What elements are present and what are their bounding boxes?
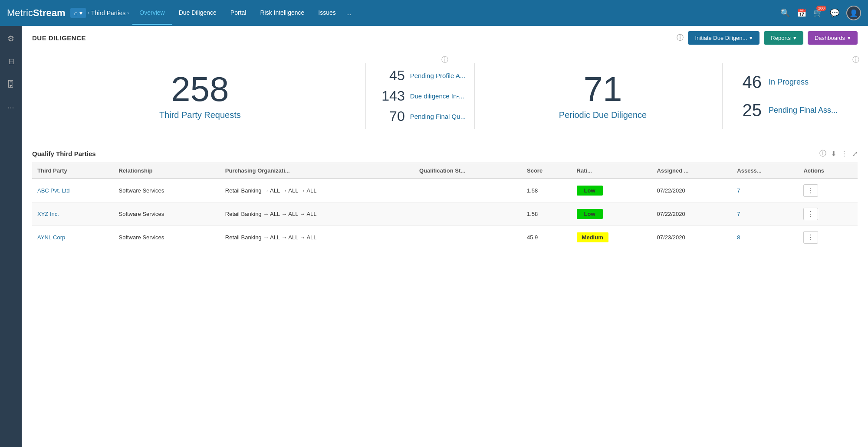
app-logo[interactable]: MetricStream: [7, 7, 65, 19]
initiate-chevron-icon: ▾: [750, 35, 753, 41]
table-info-icon[interactable]: ⓘ: [819, 149, 826, 158]
third-party-link[interactable]: XYZ Inc.: [37, 211, 59, 217]
cell-third-party: AYNL Corp: [32, 226, 113, 249]
sidebar-icon-monitor[interactable]: 🖥: [4, 55, 17, 69]
sidebar-icon-database[interactable]: 🗄: [4, 78, 17, 92]
mini-stat-pending-final: 70 Pending Final Qu...: [379, 108, 466, 124]
notifications-button[interactable]: 🛒 200: [813, 8, 823, 18]
dashboards-button[interactable]: Dashboards ▾: [808, 31, 858, 45]
cell-assess: 7: [732, 202, 798, 226]
assess-link[interactable]: 7: [737, 211, 740, 217]
cell-purchasing-org: Retail Banking → ALL → ALL → ALL: [220, 179, 414, 202]
col-purchasing-org: Purchasing Organizati...: [220, 163, 414, 179]
home-chevron: ▾: [79, 10, 82, 16]
cell-rating: Medium: [572, 226, 652, 249]
in-progress-link[interactable]: In Progress: [769, 78, 809, 87]
pending-final-ass-link[interactable]: Pending Final Ass...: [769, 106, 838, 115]
initiate-due-diligence-button[interactable]: Initiate Due Diligen... ▾: [688, 31, 760, 45]
breadcrumb-chevron: ›: [88, 10, 89, 16]
assess-link[interactable]: 7: [737, 187, 740, 194]
right-stats-block: 46 In Progress 25 Pending Final Ass...: [727, 68, 851, 124]
breadcrumb-third-parties[interactable]: Third Parties: [91, 10, 125, 16]
breadcrumb-chevron-2: ›: [127, 10, 129, 16]
mini-stats-block: 45 Pending Profile A... 143 Due diligenc…: [370, 63, 474, 129]
periodic-divider: [722, 63, 723, 129]
row-action-button[interactable]: ⋮: [803, 231, 818, 244]
cell-assigned: 07/22/2020: [652, 179, 732, 202]
row-action-button[interactable]: ⋮: [803, 208, 818, 220]
stats-info-icon-right[interactable]: ⓘ: [852, 55, 859, 65]
periodic-label[interactable]: Periodic Due Diligence: [559, 110, 647, 120]
table-expand-icon[interactable]: ⤢: [852, 150, 858, 158]
pending-final-ass-count[interactable]: 25: [740, 101, 762, 120]
due-diligence-link[interactable]: Due diligence In-...: [410, 92, 464, 100]
nav-risk-intelligence[interactable]: Risk Intelligence: [253, 1, 311, 25]
nav-due-diligence[interactable]: Due Diligence: [172, 1, 224, 25]
cell-relationship: Software Services: [113, 202, 220, 226]
cell-relationship: Software Services: [113, 226, 220, 249]
cell-actions: ⋮: [798, 202, 858, 226]
home-button[interactable]: ⌂ ▾: [70, 8, 85, 18]
due-diligence-count[interactable]: 143: [379, 88, 405, 104]
nav-more[interactable]: ...: [343, 6, 355, 20]
mini-stat-due-diligence: 143 Due diligence In-...: [379, 88, 466, 104]
search-button[interactable]: 🔍: [780, 8, 790, 18]
nav-portal[interactable]: Portal: [224, 1, 253, 25]
col-qualification-st: Qualification St...: [414, 163, 522, 179]
col-assess: Assess...: [732, 163, 798, 179]
in-progress-count[interactable]: 46: [740, 72, 762, 92]
nav-overview[interactable]: Overview: [132, 1, 171, 25]
qualify-table: Third Party Relationship Purchasing Orga…: [32, 163, 858, 249]
col-actions: Actions: [798, 163, 858, 179]
calendar-button[interactable]: 📅: [797, 8, 806, 18]
nav-right-actions: 🔍 📅 🛒 200 💬 👤: [780, 6, 861, 20]
table-more-icon[interactable]: ⋮: [841, 150, 848, 158]
qualify-third-parties-section: Qualify Third Parties ⓘ ⬇ ⋮ ⤢ Third Part…: [22, 142, 868, 260]
pending-final-count[interactable]: 70: [379, 108, 405, 124]
reports-button[interactable]: Reports ▾: [764, 31, 803, 45]
row-action-button[interactable]: ⋮: [803, 184, 818, 197]
third-party-link[interactable]: ABC Pvt. Ltd: [37, 187, 69, 194]
table-row: XYZ Inc. Software Services Retail Bankin…: [32, 202, 858, 226]
nav-links: Overview Due Diligence Portal Risk Intel…: [132, 1, 355, 25]
cell-purchasing-org: Retail Banking → ALL → ALL → ALL: [220, 226, 414, 249]
periodic-count[interactable]: 71: [584, 72, 622, 107]
table-header-row: Third Party Relationship Purchasing Orga…: [32, 163, 858, 179]
pending-profile-link[interactable]: Pending Profile A...: [410, 72, 466, 79]
mini-stat-pending-profile: 45 Pending Profile A...: [379, 68, 466, 84]
sidebar-icon-more[interactable]: ···: [5, 101, 16, 115]
nav-issues[interactable]: Issues: [311, 1, 342, 25]
big-stat-block: 258 Third Party Requests: [39, 68, 361, 124]
third-party-link[interactable]: AYNL Corp: [37, 234, 65, 241]
cell-score: 45.9: [522, 226, 572, 249]
rating-badge: Low: [577, 186, 603, 196]
pending-final-link[interactable]: Pending Final Qu...: [410, 113, 466, 120]
cell-actions: ⋮: [798, 179, 858, 202]
col-relationship: Relationship: [113, 163, 220, 179]
assess-link[interactable]: 8: [737, 234, 740, 241]
table-download-icon[interactable]: ⬇: [831, 150, 836, 158]
dashboards-chevron-icon: ▾: [848, 35, 851, 41]
vertical-divider: [365, 63, 366, 129]
cell-rating: Low: [572, 202, 652, 226]
cell-assigned: 07/22/2020: [652, 202, 732, 226]
third-party-label[interactable]: Third Party Requests: [159, 110, 241, 120]
help-button[interactable]: 💬: [830, 8, 839, 18]
rating-badge: Low: [577, 209, 603, 219]
cell-purchasing-org: Retail Banking → ALL → ALL → ALL: [220, 202, 414, 226]
cell-third-party: ABC Pvt. Ltd: [32, 179, 113, 202]
third-party-count[interactable]: 258: [171, 72, 229, 107]
cell-assess: 8: [732, 226, 798, 249]
user-avatar[interactable]: 👤: [846, 6, 861, 20]
cell-qualification-st: [414, 202, 522, 226]
help-icon[interactable]: ⓘ: [677, 33, 684, 42]
header-actions: ⓘ Initiate Due Diligen... ▾ Reports ▾ Da…: [677, 31, 858, 45]
cell-actions: ⋮: [798, 226, 858, 249]
sidebar-icon-settings[interactable]: ⚙: [5, 31, 17, 46]
table-actions: ⓘ ⬇ ⋮ ⤢: [819, 149, 858, 158]
table-title: Qualify Third Parties: [32, 150, 96, 157]
stats-info-icon[interactable]: ⓘ: [441, 55, 448, 65]
cell-qualification-st: [414, 179, 522, 202]
pending-profile-count[interactable]: 45: [379, 68, 405, 84]
top-navigation: MetricStream ⌂ ▾ › Third Parties › Overv…: [0, 0, 868, 26]
